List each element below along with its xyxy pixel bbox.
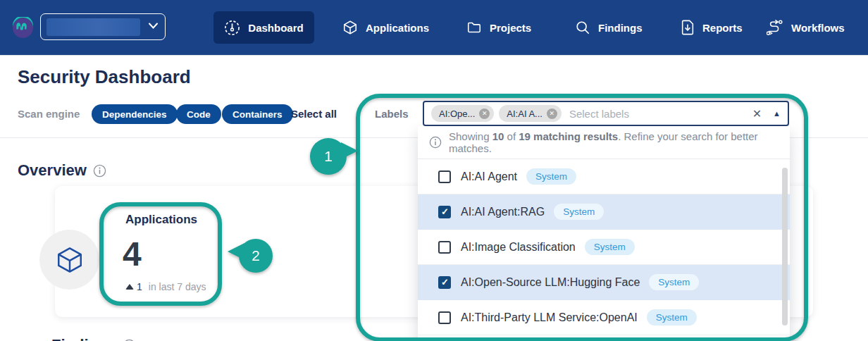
nav-item-label: Dashboard (248, 22, 303, 34)
label-option-ai-agent-rag[interactable]: AI:AI Agent:RAG System (418, 194, 790, 230)
applications-stat-icon-circle (39, 230, 99, 290)
nav-item-label: Applications (366, 22, 429, 34)
report-download-icon (681, 20, 695, 35)
label-option-third-party-llm-service-openai[interactable]: AI:Third-Party LLM Service:OpenAI System (418, 300, 790, 335)
option-label: AI:AI Agent (461, 170, 517, 183)
annotation-step-1-badge: 1 (310, 138, 347, 175)
labels-label: Labels (375, 108, 409, 120)
mend-logo-icon (12, 17, 34, 39)
label-chip-text: AI:AI A... (507, 108, 542, 119)
chip-remove-icon[interactable]: ✕ (479, 108, 490, 119)
nav-item-label: Workflows (791, 22, 845, 34)
info-icon (429, 136, 442, 149)
page-title: Security Dashboard (18, 66, 191, 88)
label-chip: AI:Ope... ✕ (431, 105, 494, 122)
scan-engine-pill-code[interactable]: Code (176, 104, 221, 124)
org-selector-redacted-value (46, 18, 140, 36)
checkbox-unchecked[interactable] (438, 241, 451, 254)
org-selector[interactable] (40, 13, 166, 40)
scan-engine-pill-dependencies[interactable]: Dependencies (92, 104, 178, 124)
checkbox-checked[interactable] (438, 206, 451, 218)
option-label: AI:AI Agent:RAG (461, 206, 545, 218)
scan-engine-pill-containers[interactable]: Containers (222, 104, 293, 124)
overview-heading: Overview (18, 161, 106, 180)
label-option-image-classification[interactable]: AI:Image Classification System (418, 230, 790, 265)
nav-item-dashboard[interactable]: Dashboard (213, 11, 314, 44)
clear-selection-icon[interactable]: ✕ (752, 107, 762, 120)
label-option-open-source-llm-hugging-face[interactable]: AI:Open-Source LLM:Hugging Face System (418, 265, 790, 300)
nav-item-label: Projects (490, 22, 531, 34)
delta-up-icon (125, 284, 134, 290)
nav-item-reports[interactable]: Reports (671, 11, 752, 44)
summary-text: Showing 10 of 19 matching results. Refin… (449, 130, 779, 154)
top-nav: Dashboard Applications Projects Findings (0, 0, 868, 55)
annotation-pointer-icon (341, 142, 358, 159)
option-label: AI:Open-Source LLM:Hugging Face (461, 276, 640, 289)
nav-item-findings[interactable]: Findings (565, 11, 652, 44)
scan-engine-label: Scan engine (18, 108, 80, 120)
applications-stat-delta: 1 in last 7 days (125, 281, 206, 292)
labels-select-input[interactable]: AI:Ope... ✕ AI:AI A... ✕ Select labels ✕… (423, 101, 789, 126)
delta-caption: in last 7 days (149, 281, 206, 292)
label-chip: AI:AI A... ✕ (499, 105, 562, 122)
system-badge: System (649, 274, 699, 290)
applications-stat-value: 4 (123, 235, 142, 273)
cube-icon (55, 245, 85, 275)
checkbox-unchecked[interactable] (438, 311, 451, 324)
chevron-down-icon (149, 23, 158, 29)
app-root: Dashboard Applications Projects Findings (0, 0, 868, 341)
search-icon (575, 20, 590, 35)
label-option-ai-agent[interactable]: AI:AI Agent System (418, 159, 790, 194)
nav-item-workflows[interactable]: Workflows (757, 11, 855, 44)
annotation-step-2-badge: 2 (239, 239, 273, 273)
select-all-link[interactable]: Select all (291, 108, 337, 120)
system-badge: System (554, 204, 604, 220)
system-badge: System (585, 239, 635, 255)
dropdown-scrollbar[interactable] (782, 168, 788, 326)
info-icon[interactable] (123, 339, 136, 341)
nav-item-projects[interactable]: Projects (457, 11, 541, 44)
dropdown-results-summary: Showing 10 of 19 matching results. Refin… (418, 126, 790, 159)
chip-remove-icon[interactable]: ✕ (547, 108, 557, 119)
overview-heading-text: Overview (18, 161, 87, 180)
system-badge: System (526, 168, 576, 185)
info-icon[interactable] (93, 164, 106, 178)
checkbox-unchecked[interactable] (438, 170, 451, 183)
nav-item-label: Reports (702, 22, 743, 34)
collapse-caret-icon[interactable]: ▲ (773, 109, 781, 118)
labels-select-placeholder: Select labels (569, 108, 752, 120)
applications-stat-label: Applications (125, 213, 197, 227)
system-badge: System (647, 309, 697, 326)
findings-heading: Findings (51, 336, 136, 341)
nav-item-label: Findings (598, 22, 643, 34)
labels-dropdown-panel: Showing 10 of 19 matching results. Refin… (418, 126, 790, 341)
findings-heading-text: Findings (51, 336, 116, 341)
workflow-icon (767, 20, 783, 35)
label-chip-text: AI:Ope... (439, 108, 475, 119)
nav-item-applications[interactable]: Applications (333, 11, 439, 44)
cube-icon (342, 20, 358, 35)
annotation-pointer-icon (228, 243, 244, 260)
delta-value: 1 (137, 281, 142, 292)
checkbox-checked[interactable] (438, 276, 451, 289)
option-label: AI:Third-Party LLM Service:OpenAI (461, 311, 638, 324)
option-label: AI:Image Classification (461, 241, 576, 254)
dashboard-icon (224, 20, 240, 36)
folder-icon (466, 20, 482, 35)
